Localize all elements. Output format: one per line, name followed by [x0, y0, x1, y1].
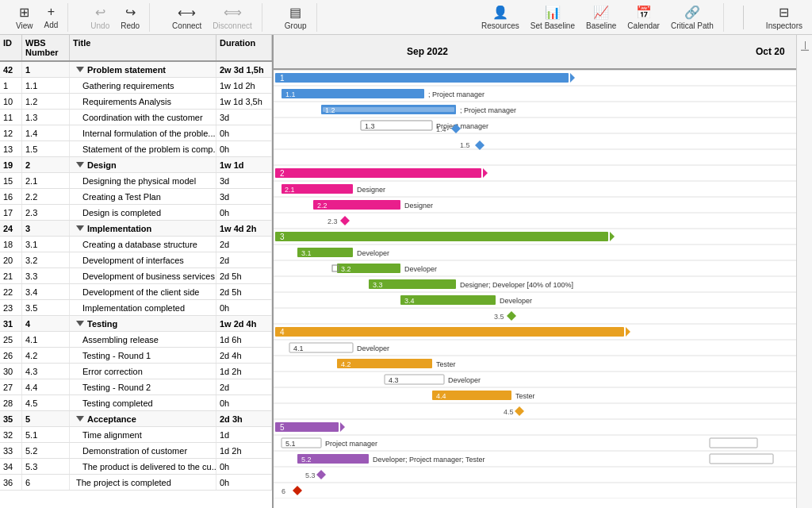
row-duration: 0h — [216, 300, 272, 315]
row-duration: 2w 3d 1,5h — [216, 62, 272, 77]
gantt-table[interactable]: ID WBS Number Title Duration 42 1 Proble… — [0, 35, 274, 508]
table-row[interactable]: 20 3.2 Development of interfaces 2d — [0, 252, 272, 268]
baseline-button[interactable]: 📈 Baseline — [583, 3, 619, 32]
chart-scroll[interactable]: 1 1.1 ; Project manager 1.2 ; Project ma… — [274, 70, 796, 508]
history-group: ↩ Undo ↪ Redo — [81, 3, 150, 32]
resources-icon: 👤 — [492, 5, 508, 20]
redo-button[interactable]: ↪ Redo — [117, 3, 143, 32]
undo-icon: ↩ — [95, 5, 105, 20]
table-row[interactable]: 31 4 Testing 1w 2d 4h — [0, 316, 272, 332]
inspectors-side-label[interactable]: |— — [800, 41, 809, 52]
row-duration: 3d — [216, 189, 272, 204]
resources-button[interactable]: 👤 Resources — [478, 3, 523, 32]
set-baseline-button[interactable]: 📊 Set Baseline — [527, 3, 578, 32]
connect-button[interactable]: ⟷ Connect — [169, 3, 205, 32]
table-row[interactable]: 30 4.3 Error correction 1d 2h — [0, 364, 272, 379]
group-button[interactable]: ▤ Group — [282, 3, 310, 32]
group-icon: ▤ — [289, 5, 301, 20]
view-button[interactable]: ⊞ View — [13, 3, 36, 32]
inspectors-label: Inspectors — [766, 21, 802, 30]
calendar-button[interactable]: 📅 Calendar — [624, 3, 663, 32]
table-row[interactable]: 36 6 The project is completed 0h — [0, 475, 272, 491]
row-id: 15 — [0, 173, 22, 188]
col-duration: Duration — [216, 35, 272, 60]
inspectors-button[interactable]: ⊟ Inspectors — [763, 3, 806, 32]
set-baseline-label: Set Baseline — [530, 21, 575, 30]
bar-label-4.4: 4.4 — [436, 392, 446, 400]
table-row[interactable]: 28 4.5 Testing completed 0h — [0, 395, 272, 411]
row-duration: 0h — [216, 125, 272, 140]
bar-testing-group — [275, 327, 624, 337]
row-id: 1 — [0, 78, 22, 93]
bar-label-5: 5 — [280, 423, 285, 432]
bar-label-6: 6 — [282, 487, 285, 495]
table-row[interactable]: 21 3.3 Development of business services … — [0, 268, 272, 284]
table-header: ID WBS Number Title Duration — [0, 35, 272, 62]
row-wbs: 4 — [22, 316, 70, 331]
row-id: 33 — [0, 443, 22, 458]
disconnect-button[interactable]: ⟺ Disconnect — [209, 3, 255, 32]
row-duration: 1w 1d 3,5h — [216, 94, 272, 109]
row-wbs: 5.3 — [22, 459, 70, 474]
add-button[interactable]: + Add — [41, 3, 62, 31]
row-wbs: 3.3 — [22, 268, 70, 283]
row-duration: 0h — [216, 141, 272, 156]
arrow-2 — [483, 168, 488, 178]
table-row[interactable]: 19 2 Design 1w 1d — [0, 157, 272, 173]
table-row[interactable]: 35 5 Acceptance 2d 3h — [0, 411, 272, 427]
row-wbs: 6 — [22, 475, 70, 490]
resource-dev1: Developer — [357, 249, 389, 257]
bar-label-5.3: 5.3 — [305, 471, 316, 479]
bar-acceptance-outline2 — [710, 454, 773, 464]
table-row[interactable]: 10 1.2 Requirements Analysis 1w 1d 3,5h — [0, 94, 272, 110]
row-wbs: 4.4 — [22, 379, 70, 394]
bar-label-3: 3 — [280, 233, 285, 241]
table-row[interactable]: 18 3.1 Creating a database structure 2d — [0, 237, 272, 252]
bar-label-2.1: 2.1 — [285, 186, 295, 194]
row-duration: 1w 2d 4h — [216, 316, 272, 331]
table-row[interactable]: 33 5.2 Demonstration of customer 1d 2h — [0, 443, 272, 459]
resource-dev2: Developer — [404, 265, 437, 273]
row-title: Error correction — [70, 364, 216, 379]
row-title: Implementation — [70, 221, 216, 236]
row-title: Statement of the problem is comp... — [70, 141, 216, 156]
table-row[interactable]: 24 3 Implementation 1w 4d 2h — [0, 221, 272, 237]
table-row[interactable]: 32 5.1 Time alignment 1d — [0, 427, 272, 443]
table-row[interactable]: 22 3.4 Development of the client side 2d… — [0, 284, 272, 300]
critical-path-button[interactable]: 🔗 Critical Path — [668, 3, 717, 32]
row-wbs: 1.1 — [22, 78, 70, 93]
row-id: 34 — [0, 459, 22, 474]
table-row[interactable]: 13 1.5 Statement of the problem is comp.… — [0, 141, 272, 157]
resource-designer-dev: Designer; Developer [40% of 100%] — [460, 281, 573, 289]
table-row[interactable]: 34 5.3 The product is delivered to the c… — [0, 459, 272, 475]
row-id: 36 — [0, 475, 22, 490]
row-wbs: 5.2 — [22, 443, 70, 458]
table-row[interactable]: 12 1.4 Internal formulation of the probl… — [0, 125, 272, 141]
table-row[interactable]: 25 4.1 Assembling release 1d 6h — [0, 332, 272, 348]
row-wbs: 1.4 — [22, 125, 70, 140]
table-row[interactable]: 15 2.1 Designing the physical model 3d — [0, 173, 272, 189]
row-duration: 2d 5h — [216, 268, 272, 283]
resources-label: Resources — [481, 21, 519, 30]
row-id: 35 — [0, 411, 22, 426]
bar-label-4.1: 4.1 — [293, 344, 304, 352]
disconnect-icon: ⟺ — [224, 5, 242, 20]
table-row[interactable]: 1 1.1 Gathering requirements 1w 1d 2h — [0, 78, 272, 94]
table-row[interactable]: 16 2.2 Creating a Test Plan 3d — [0, 189, 272, 205]
table-row[interactable]: 11 1.3 Coordination with the customer 3d — [0, 110, 272, 125]
resource-dev4: Developer — [357, 344, 389, 352]
table-row[interactable]: 23 3.5 Implementation completed 0h — [0, 300, 272, 316]
undo-button[interactable]: ↩ Undo — [87, 3, 113, 32]
table-row[interactable]: 42 1 Problem statement 2w 3d 1,5h — [0, 62, 272, 78]
table-row[interactable]: 27 4.4 Testing - Round 2 2d — [0, 379, 272, 395]
table-row[interactable]: 17 2.3 Design is completed 0h — [0, 205, 272, 221]
row-wbs: 1.3 — [22, 110, 70, 125]
bar-label-1: 1 — [280, 74, 285, 83]
row-title: Gathering requirements — [70, 78, 216, 93]
connect-icon: ⟷ — [178, 5, 196, 20]
row-wbs: 1 — [22, 62, 70, 77]
row-title: Coordination with the customer — [70, 110, 216, 125]
set-baseline-icon: 📊 — [545, 5, 561, 20]
row-wbs: 3.4 — [22, 284, 70, 299]
table-row[interactable]: 26 4.2 Testing - Round 1 2d 4h — [0, 348, 272, 364]
